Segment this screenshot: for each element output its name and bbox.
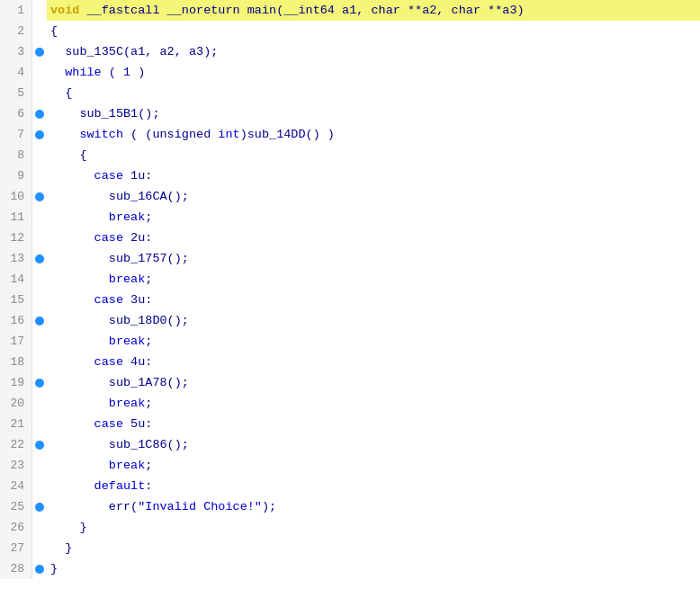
code-row: 6 sub_15B1();: [0, 103, 700, 124]
line-number: 3: [0, 41, 32, 62]
code-content: sub_18D0();: [47, 310, 700, 331]
line-number: 12: [0, 228, 32, 248]
code-content: sub_135C(a1, a2, a3);: [47, 41, 700, 62]
code-token: sub_1C86();: [50, 438, 189, 451]
code-token: ( 1 ): [102, 66, 146, 79]
breakpoint-col[interactable]: [32, 48, 47, 57]
line-number: 24: [0, 476, 32, 496]
code-content: err("Invalid Choice!");: [47, 496, 700, 517]
line-number: 16: [0, 310, 32, 331]
line-number: 8: [0, 145, 32, 165]
line-number: 13: [0, 248, 32, 269]
code-content: sub_1A78();: [47, 372, 700, 393]
code-content: sub_16CA();: [47, 186, 700, 207]
breakpoint-col[interactable]: [32, 441, 47, 450]
code-token: break: [109, 397, 146, 410]
code-row: 18 case 4u:: [0, 352, 700, 372]
line-number: 23: [0, 455, 32, 476]
breakpoint-col[interactable]: [32, 565, 47, 574]
line-number: 27: [0, 538, 32, 558]
code-token: default: [94, 479, 146, 493]
code-token: ;: [145, 272, 152, 286]
code-token: case: [94, 293, 123, 307]
code-token: {: [50, 24, 58, 38]
code-row: 12 case 2u:: [0, 228, 700, 248]
line-number: 7: [0, 124, 32, 145]
breakpoint-col[interactable]: [32, 130, 47, 139]
code-content: while ( 1 ): [47, 62, 700, 83]
code-token: ;: [145, 397, 152, 410]
code-content: break;: [47, 331, 700, 352]
code-token: ;: [145, 210, 152, 224]
code-token: switch: [79, 128, 123, 141]
code-row: 17 break;: [0, 331, 700, 352]
code-row: 24 default:: [0, 476, 700, 496]
code-token: :: [145, 479, 152, 493]
code-row: 5 {: [0, 83, 700, 103]
line-number: 20: [0, 393, 32, 414]
code-token: [50, 397, 109, 410]
code-row: 22 sub_1C86();: [0, 434, 700, 455]
code-token: {: [50, 86, 72, 100]
code-row: 19 sub_1A78();: [0, 372, 700, 393]
code-token: 1u:: [123, 169, 152, 183]
code-token: }: [50, 521, 87, 534]
breakpoint-col[interactable]: [32, 110, 47, 119]
code-token: {: [50, 148, 87, 162]
breakpoint-dot: [35, 379, 44, 388]
code-content: default:: [47, 476, 700, 496]
code-token: 5u:: [123, 417, 152, 431]
line-number: 22: [0, 434, 32, 455]
code-token: err(: [50, 500, 138, 513]
line-number: 9: [0, 165, 32, 186]
code-token: [50, 293, 94, 307]
code-row: 10 sub_16CA();: [0, 186, 700, 207]
code-row: 21 case 5u:: [0, 414, 700, 434]
breakpoint-col[interactable]: [32, 503, 47, 512]
line-number: 5: [0, 83, 32, 103]
line-number: 28: [0, 558, 32, 579]
breakpoint-dot: [35, 192, 44, 201]
breakpoint-dot: [35, 441, 44, 450]
code-token: sub_1A78();: [50, 376, 189, 389]
code-content: {: [47, 83, 700, 103]
code-token: [50, 417, 94, 431]
code-token: );: [262, 500, 276, 513]
code-token: case: [94, 417, 123, 431]
breakpoint-col[interactable]: [32, 254, 47, 263]
line-number: 1: [0, 0, 32, 21]
line-number: 19: [0, 372, 32, 393]
code-row: 9 case 1u:: [0, 165, 700, 186]
code-row: 11 break;: [0, 207, 700, 228]
code-row: 25 err("Invalid Choice!");: [0, 496, 700, 517]
code-row: 27 }: [0, 538, 700, 558]
code-content: sub_1C86();: [47, 434, 700, 455]
code-row: 20 break;: [0, 393, 700, 414]
code-row: 16 sub_18D0();: [0, 310, 700, 331]
line-number: 15: [0, 290, 32, 310]
code-token: "Invalid Choice!": [138, 500, 262, 513]
breakpoint-col[interactable]: [32, 317, 47, 326]
code-content: break;: [47, 207, 700, 228]
breakpoint-dot: [35, 254, 44, 263]
line-number: 14: [0, 269, 32, 290]
code-token: case: [94, 169, 123, 183]
breakpoint-col[interactable]: [32, 192, 47, 201]
code-token: sub_18D0();: [50, 314, 189, 327]
line-number: 25: [0, 496, 32, 517]
code-token: __fastcall __noreturn main(__int64 a1, c…: [79, 4, 524, 17]
code-row: 3 sub_135C(a1, a2, a3);: [0, 41, 700, 62]
code-row: 4 while ( 1 ): [0, 62, 700, 83]
code-content: break;: [47, 455, 700, 476]
code-row: 23 break;: [0, 455, 700, 476]
code-token: [50, 335, 109, 348]
breakpoint-col[interactable]: [32, 379, 47, 388]
breakpoint-dot: [35, 317, 44, 326]
code-token: ;: [145, 459, 152, 472]
code-content: case 3u:: [47, 290, 700, 310]
code-token: [50, 479, 94, 493]
code-content: case 4u:: [47, 352, 700, 372]
code-content: }: [47, 538, 700, 558]
line-number: 2: [0, 21, 32, 41]
code-content: case 2u:: [47, 228, 700, 248]
